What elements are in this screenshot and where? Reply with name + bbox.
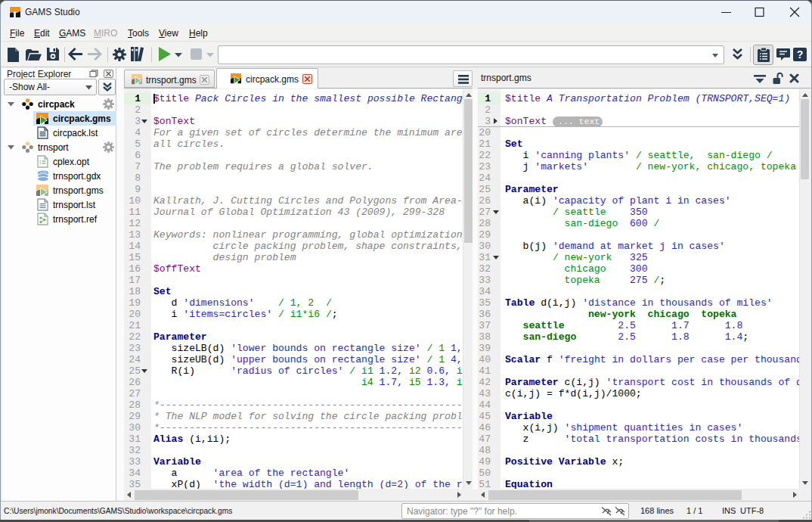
svg-text:?: ? bbox=[797, 48, 804, 61]
